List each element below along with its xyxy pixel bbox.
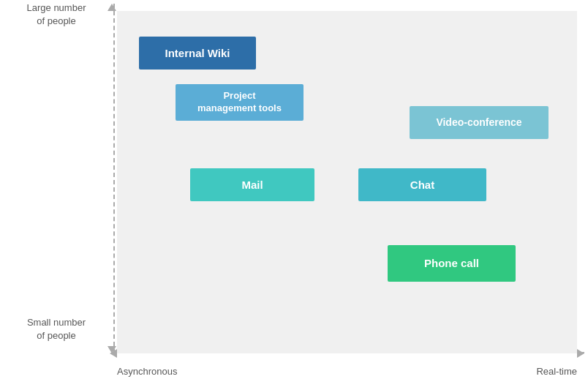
mail-box: Mail — [190, 168, 314, 201]
chart-area: Internal Wiki Project management tools V… — [117, 11, 577, 353]
y-label-top: Large number of people — [1, 1, 111, 28]
y-axis-line — [113, 4, 115, 353]
x-label-right: Real-time — [536, 366, 577, 377]
x-label-left: Asynchronous — [117, 366, 177, 377]
y-arrow-top-icon — [108, 4, 116, 11]
y-label-bottom: Small number of people — [1, 316, 111, 342]
chat-box: Chat — [358, 168, 486, 201]
chart-container: Large number of people Small number of p… — [0, 0, 588, 390]
phone-call-box: Phone call — [388, 245, 516, 282]
video-conf-box: Video-conference — [410, 106, 549, 139]
project-mgmt-box: Project management tools — [176, 84, 304, 121]
x-arrow-left-icon — [110, 349, 117, 358]
x-arrow-right-icon — [577, 349, 584, 358]
internal-wiki-box: Internal Wiki — [139, 37, 256, 70]
